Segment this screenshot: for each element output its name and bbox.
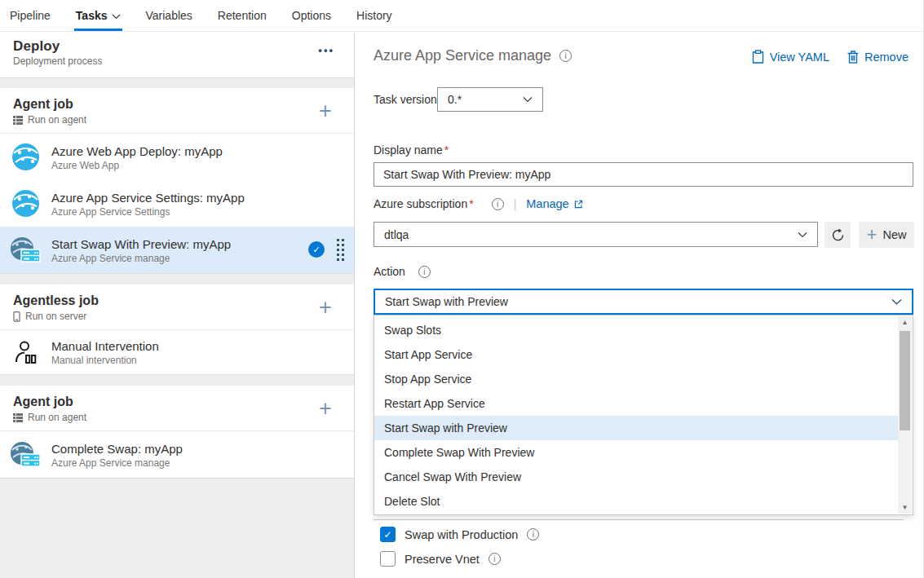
task-detail-panel: Azure App Service manage i View YAML	[355, 32, 923, 578]
task-start-swap-with-preview[interactable]: Start Swap With Preview: myApp Azure App…	[0, 227, 354, 273]
process-subtitle: Deployment process	[13, 55, 341, 67]
azure-web-app-icon	[10, 189, 41, 218]
trash-icon	[847, 51, 859, 64]
selected-check-icon: ✓	[308, 241, 325, 258]
action-label: Action i	[374, 265, 431, 278]
refresh-icon	[831, 228, 845, 242]
manage-link[interactable]: Manage	[526, 197, 582, 210]
new-subscription-button[interactable]: + New	[859, 222, 914, 248]
refresh-button[interactable]	[825, 222, 851, 248]
tab-variables[interactable]: Variables	[144, 0, 194, 31]
info-icon[interactable]: i	[418, 266, 431, 278]
tab-pipeline[interactable]: Pipeline	[8, 0, 52, 31]
pipeline-tasks-sidebar: Deploy Deployment process ••• Agent job …	[0, 33, 355, 578]
external-link-icon	[574, 200, 583, 209]
clipboard-icon	[752, 50, 764, 64]
action-select[interactable]: Start Swap with Preview	[374, 289, 913, 315]
option-delete-slot[interactable]: Delete Slot	[374, 489, 898, 514]
app-service-manage-icon	[10, 440, 41, 469]
plus-icon: +	[867, 227, 878, 242]
checkbox-checked[interactable]: ✓	[380, 527, 396, 542]
app-window: Pipeline Tasks Variables Retention Optio…	[0, 0, 924, 578]
tab-history[interactable]: History	[355, 0, 394, 31]
option-restart-app-service[interactable]: Restart App Service	[374, 391, 898, 416]
app-service-manage-icon	[10, 236, 41, 264]
option-complete-swap-with-preview[interactable]: Complete Swap With Preview	[374, 440, 898, 465]
agent-job-header[interactable]: Agent job Run on agent +	[0, 88, 354, 134]
azure-web-app-icon	[10, 143, 41, 171]
checkbox-unchecked[interactable]	[380, 551, 396, 567]
azure-subscription-label: Azure subscription* i | Manage	[374, 197, 583, 210]
top-tab-bar: Pipeline Tasks Variables Retention Optio…	[0, 0, 923, 32]
task-manual-intervention[interactable]: Manual Intervention Manual intervention	[0, 330, 354, 374]
tab-options[interactable]: Options	[290, 0, 333, 31]
job-group-agentless: Agentless job Run on server +	[0, 285, 354, 375]
hidden-field-edge	[374, 519, 904, 520]
info-icon[interactable]: i	[527, 528, 539, 540]
display-name-label: Display name*	[374, 143, 449, 157]
option-stop-app-service[interactable]: Stop App Service	[374, 367, 898, 391]
info-icon[interactable]: i	[559, 50, 572, 62]
add-task-icon[interactable]: +	[315, 399, 336, 420]
swap-with-production-row[interactable]: ✓ Swap with Production i	[380, 527, 539, 542]
scroll-up-icon[interactable]: ▲	[898, 319, 912, 326]
task-complete-swap[interactable]: Complete Swap: myApp Azure App Service m…	[0, 431, 354, 478]
option-swap-slots[interactable]: Swap Slots	[374, 318, 898, 342]
tab-tasks[interactable]: Tasks	[74, 0, 122, 31]
drag-handle[interactable]	[337, 239, 344, 261]
tab-retention[interactable]: Retention	[216, 0, 268, 31]
info-icon[interactable]: i	[492, 198, 504, 210]
task-version-label: Task version	[374, 93, 437, 106]
list-scrollbar[interactable]: ▲ ▼	[898, 316, 912, 514]
label-divider: |	[514, 197, 517, 210]
process-title: Deploy	[13, 38, 341, 55]
job-group-agent-1: Agent job Run on agent +	[0, 88, 354, 274]
subscription-select[interactable]: dtlqa	[374, 222, 818, 247]
required-asterisk: *	[469, 197, 473, 210]
agent-job-header[interactable]: Agent job Run on agent +	[0, 386, 354, 431]
scroll-down-icon[interactable]: ▼	[898, 504, 912, 511]
agent-icon	[13, 413, 23, 422]
task-azure-web-app-deploy[interactable]: Azure Web App Deploy: myApp Azure Web Ap…	[0, 134, 354, 180]
option-start-app-service[interactable]: Start App Service	[374, 342, 898, 367]
chevron-down-icon	[112, 12, 121, 20]
chevron-down-icon	[523, 96, 533, 103]
server-icon	[13, 311, 20, 322]
action-options-list: Swap Slots Start App Service Stop App Se…	[374, 315, 913, 515]
agentless-job-header[interactable]: Agentless job Run on server +	[0, 285, 354, 330]
task-version-select[interactable]: 0.*	[437, 87, 543, 112]
add-task-icon[interactable]: +	[315, 298, 336, 319]
scrollbar-thumb[interactable]	[900, 331, 910, 430]
manual-intervention-icon	[10, 340, 41, 364]
info-icon[interactable]: i	[489, 553, 501, 565]
more-icon[interactable]: •••	[318, 44, 334, 56]
job-group-agent-2: Agent job Run on agent +	[0, 386, 354, 479]
add-task-icon[interactable]: +	[315, 101, 336, 122]
view-yaml-button[interactable]: View YAML	[752, 50, 829, 64]
remove-button[interactable]: Remove	[847, 50, 909, 64]
task-azure-app-service-settings[interactable]: Azure App Service Settings: myApp Azure …	[0, 180, 354, 227]
option-start-swap-with-preview[interactable]: Start Swap with Preview	[374, 416, 898, 440]
panel-actions: View YAML Remove	[752, 50, 909, 64]
display-name-input[interactable]	[374, 162, 913, 187]
deploy-process-card[interactable]: Deploy Deployment process •••	[0, 33, 354, 78]
option-cancel-swap-with-preview[interactable]: Cancel Swap With Preview	[374, 465, 898, 489]
task-type-title: Azure App Service manage i	[374, 47, 572, 64]
chevron-down-icon	[891, 298, 902, 305]
required-asterisk: *	[444, 143, 449, 157]
preserve-vnet-row[interactable]: Preserve Vnet i	[380, 551, 501, 567]
chevron-down-icon	[798, 232, 807, 238]
agent-icon	[13, 116, 23, 125]
